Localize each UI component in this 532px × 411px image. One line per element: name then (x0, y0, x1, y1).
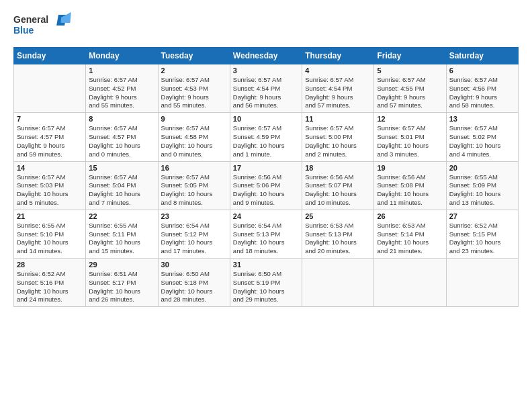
day-info: Sunrise: 6:57 AMSunset: 4:56 PMDaylight:… (449, 76, 515, 110)
day-number: 13 (449, 115, 515, 123)
day-info: Sunrise: 6:57 AMSunset: 4:57 PMDaylight:… (17, 124, 83, 158)
calendar-cell: 8Sunrise: 6:57 AMSunset: 4:57 PMDaylight… (86, 113, 158, 161)
calendar-header-saturday: Saturday (446, 48, 518, 64)
calendar-cell: 15Sunrise: 6:57 AMSunset: 5:04 PMDayligh… (86, 161, 158, 210)
day-info: Sunrise: 6:57 AMSunset: 5:02 PMDaylight:… (449, 124, 515, 158)
day-number: 28 (17, 261, 83, 269)
day-number: 15 (89, 164, 154, 172)
day-number: 11 (305, 115, 371, 123)
day-number: 12 (377, 115, 443, 123)
calendar-cell: 16Sunrise: 6:57 AMSunset: 5:05 PMDayligh… (158, 161, 230, 210)
day-info: Sunrise: 6:57 AMSunset: 5:00 PMDaylight:… (305, 124, 371, 158)
calendar-cell: 2Sunrise: 6:57 AMSunset: 4:53 PMDaylight… (158, 64, 230, 113)
day-number: 19 (377, 164, 443, 172)
calendar-cell: 28Sunrise: 6:52 AMSunset: 5:16 PMDayligh… (14, 259, 86, 307)
calendar-cell: 17Sunrise: 6:56 AMSunset: 5:06 PMDayligh… (230, 161, 302, 210)
day-number: 21 (17, 212, 83, 220)
calendar-week-1: 1Sunrise: 6:57 AMSunset: 4:52 PMDaylight… (14, 64, 519, 113)
day-number: 30 (161, 261, 227, 269)
day-info: Sunrise: 6:51 AMSunset: 5:17 PMDaylight:… (89, 270, 154, 304)
calendar-cell: 10Sunrise: 6:57 AMSunset: 4:59 PMDayligh… (230, 113, 302, 161)
svg-text:Blue: Blue (13, 25, 34, 36)
day-number: 6 (449, 66, 515, 75)
day-number: 16 (161, 164, 227, 172)
day-info: Sunrise: 6:55 AMSunset: 5:10 PMDaylight:… (17, 222, 83, 256)
calendar-cell: 3Sunrise: 6:57 AMSunset: 4:54 PMDaylight… (230, 64, 302, 113)
day-number: 22 (89, 212, 154, 220)
calendar-cell (374, 259, 446, 307)
day-info: Sunrise: 6:53 AMSunset: 5:13 PMDaylight:… (305, 222, 371, 256)
calendar-header-wednesday: Wednesday (230, 48, 302, 64)
calendar-week-5: 28Sunrise: 6:52 AMSunset: 5:16 PMDayligh… (14, 259, 519, 307)
day-info: Sunrise: 6:56 AMSunset: 5:07 PMDaylight:… (305, 173, 371, 208)
day-info: Sunrise: 6:57 AMSunset: 5:03 PMDaylight:… (17, 173, 83, 208)
calendar-header-tuesday: Tuesday (158, 48, 230, 64)
day-number: 29 (89, 261, 154, 269)
calendar-cell: 20Sunrise: 6:55 AMSunset: 5:09 PMDayligh… (446, 161, 518, 210)
svg-marker-3 (60, 12, 71, 23)
calendar-cell: 27Sunrise: 6:52 AMSunset: 5:15 PMDayligh… (446, 210, 518, 258)
day-number: 20 (449, 164, 515, 172)
day-info: Sunrise: 6:55 AMSunset: 5:09 PMDaylight:… (449, 173, 515, 208)
day-info: Sunrise: 6:57 AMSunset: 4:59 PMDaylight:… (233, 124, 299, 158)
day-info: Sunrise: 6:50 AMSunset: 5:18 PMDaylight:… (161, 270, 227, 304)
calendar-cell (14, 64, 86, 113)
calendar-header-monday: Monday (86, 48, 158, 64)
day-info: Sunrise: 6:57 AMSunset: 4:52 PMDaylight:… (89, 76, 154, 110)
day-number: 1 (89, 66, 154, 75)
day-info: Sunrise: 6:50 AMSunset: 5:19 PMDaylight:… (233, 270, 299, 304)
day-info: Sunrise: 6:57 AMSunset: 4:57 PMDaylight:… (89, 124, 154, 158)
day-number: 7 (17, 115, 83, 123)
day-number: 14 (17, 164, 83, 172)
day-info: Sunrise: 6:56 AMSunset: 5:08 PMDaylight:… (377, 173, 443, 208)
day-info: Sunrise: 6:57 AMSunset: 5:04 PMDaylight:… (89, 173, 154, 208)
day-info: Sunrise: 6:57 AMSunset: 4:55 PMDaylight:… (377, 76, 443, 110)
calendar-week-2: 7Sunrise: 6:57 AMSunset: 4:57 PMDaylight… (14, 113, 519, 161)
day-info: Sunrise: 6:52 AMSunset: 5:16 PMDaylight:… (17, 270, 83, 304)
day-info: Sunrise: 6:57 AMSunset: 4:58 PMDaylight:… (161, 124, 227, 158)
calendar-cell: 29Sunrise: 6:51 AMSunset: 5:17 PMDayligh… (86, 259, 158, 307)
calendar-cell: 26Sunrise: 6:53 AMSunset: 5:14 PMDayligh… (374, 210, 446, 258)
day-info: Sunrise: 6:52 AMSunset: 5:15 PMDaylight:… (449, 222, 515, 256)
day-number: 9 (161, 115, 227, 123)
calendar-cell: 22Sunrise: 6:55 AMSunset: 5:11 PMDayligh… (86, 210, 158, 258)
day-number: 17 (233, 164, 299, 172)
day-number: 24 (233, 212, 299, 220)
day-number: 4 (305, 66, 371, 75)
calendar-cell: 9Sunrise: 6:57 AMSunset: 4:58 PMDaylight… (158, 113, 230, 161)
calendar-header-sunday: Sunday (14, 48, 86, 64)
calendar-cell (446, 259, 518, 307)
calendar-cell: 4Sunrise: 6:57 AMSunset: 4:54 PMDaylight… (302, 64, 374, 113)
day-info: Sunrise: 6:53 AMSunset: 5:14 PMDaylight:… (377, 222, 443, 256)
calendar-week-4: 21Sunrise: 6:55 AMSunset: 5:10 PMDayligh… (14, 210, 519, 258)
calendar-cell: 12Sunrise: 6:57 AMSunset: 5:01 PMDayligh… (374, 113, 446, 161)
day-info: Sunrise: 6:57 AMSunset: 5:01 PMDaylight:… (377, 124, 443, 158)
day-info: Sunrise: 6:56 AMSunset: 5:06 PMDaylight:… (233, 173, 299, 208)
day-number: 5 (377, 66, 443, 75)
logo-icon: General Blue (13, 11, 74, 38)
day-number: 3 (233, 66, 299, 75)
calendar-cell: 5Sunrise: 6:57 AMSunset: 4:55 PMDaylight… (374, 64, 446, 113)
calendar-header-row: SundayMondayTuesdayWednesdayThursdayFrid… (14, 48, 519, 64)
day-info: Sunrise: 6:54 AMSunset: 5:13 PMDaylight:… (233, 222, 299, 256)
day-number: 27 (449, 212, 515, 220)
calendar-cell: 11Sunrise: 6:57 AMSunset: 5:00 PMDayligh… (302, 113, 374, 161)
calendar-table: SundayMondayTuesdayWednesdayThursdayFrid… (13, 47, 519, 307)
calendar-cell: 24Sunrise: 6:54 AMSunset: 5:13 PMDayligh… (230, 210, 302, 258)
day-number: 25 (305, 212, 371, 220)
calendar-header-friday: Friday (374, 48, 446, 64)
calendar-header-thursday: Thursday (302, 48, 374, 64)
day-number: 23 (161, 212, 227, 220)
calendar-cell (302, 259, 374, 307)
svg-text:General: General (13, 14, 48, 25)
day-number: 26 (377, 212, 443, 220)
logo: General Blue (13, 11, 74, 40)
calendar-cell: 1Sunrise: 6:57 AMSunset: 4:52 PMDaylight… (86, 64, 158, 113)
calendar-cell: 14Sunrise: 6:57 AMSunset: 5:03 PMDayligh… (14, 161, 86, 210)
day-info: Sunrise: 6:57 AMSunset: 4:54 PMDaylight:… (233, 76, 299, 110)
day-number: 31 (233, 261, 299, 269)
calendar-cell: 31Sunrise: 6:50 AMSunset: 5:19 PMDayligh… (230, 259, 302, 307)
calendar-cell: 6Sunrise: 6:57 AMSunset: 4:56 PMDaylight… (446, 64, 518, 113)
calendar-cell: 13Sunrise: 6:57 AMSunset: 5:02 PMDayligh… (446, 113, 518, 161)
calendar-cell: 18Sunrise: 6:56 AMSunset: 5:07 PMDayligh… (302, 161, 374, 210)
